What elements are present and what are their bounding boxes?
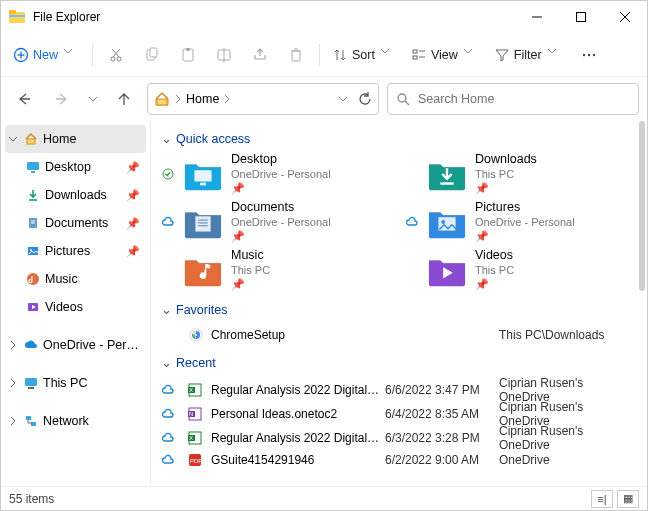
group-quick-access[interactable]: ⌄Quick access: [161, 131, 629, 146]
svg-rect-52: [195, 216, 210, 231]
chevron-down-icon[interactable]: [338, 94, 348, 104]
refresh-icon[interactable]: [358, 92, 372, 106]
sidebar-item-home[interactable]: Home: [5, 125, 146, 153]
quick-access-item[interactable]: MusicThis PC📌: [161, 248, 385, 292]
breadcrumb[interactable]: Home: [186, 92, 219, 106]
quick-access-item[interactable]: PicturesOneDrive - Personal📌: [405, 200, 629, 244]
item-location: Ciprian Rusen's OneDrive: [499, 424, 629, 452]
file-icon: N: [187, 406, 207, 422]
documents-icon: [25, 215, 41, 231]
chevron-right-icon[interactable]: [7, 417, 19, 425]
command-bar: New Sort View Filter: [1, 33, 647, 77]
title-bar: File Explorer: [1, 1, 647, 33]
quick-access-item[interactable]: DocumentsOneDrive - Personal📌: [161, 200, 385, 244]
recent-item[interactable]: NPersonal Ideas.onetoc26/4/2022 8:35 AMC…: [161, 400, 629, 424]
chevron-down-icon[interactable]: [7, 135, 19, 143]
chevron-down-icon: [64, 47, 80, 63]
music-icon: [25, 271, 41, 287]
sidebar-label: Pictures: [45, 244, 90, 258]
recent-item[interactable]: XRegular Analysis 2022 Digital Citizen R…: [161, 424, 629, 448]
pictures-icon: [25, 243, 41, 259]
sidebar-item-documents[interactable]: Documents📌: [1, 209, 150, 237]
sidebar-item-desktop[interactable]: Desktop📌: [1, 153, 150, 181]
close-button[interactable]: [603, 1, 647, 33]
maximize-button[interactable]: [559, 1, 603, 33]
svg-line-32: [405, 101, 409, 105]
desktop-icon: [25, 159, 41, 175]
item-name: Downloads: [475, 152, 537, 168]
app-icon: [9, 9, 25, 25]
view-button[interactable]: View: [405, 39, 486, 71]
svg-rect-34: [27, 162, 39, 170]
new-button[interactable]: New: [7, 39, 86, 71]
sidebar-label: Desktop: [45, 160, 91, 174]
paste-button[interactable]: [171, 39, 205, 71]
delete-button[interactable]: [279, 39, 313, 71]
sidebar-item-onedrive[interactable]: OneDrive - Personal: [1, 331, 150, 359]
sidebar-item-music[interactable]: Music: [1, 265, 150, 293]
item-date: 6/2/2022 9:00 AM: [385, 453, 495, 467]
plus-circle-icon: [13, 47, 29, 63]
back-button[interactable]: [9, 84, 39, 114]
sidebar-item-pictures[interactable]: Pictures📌: [1, 237, 150, 265]
chevron-right-icon[interactable]: [7, 341, 19, 349]
status-bar: 55 items ≡| ▦: [1, 486, 647, 510]
quick-access-item[interactable]: DownloadsThis PC📌: [405, 152, 629, 196]
share-button[interactable]: [243, 39, 277, 71]
more-button[interactable]: [572, 39, 606, 71]
filter-button[interactable]: Filter: [488, 39, 570, 71]
pin-icon: 📌: [231, 278, 245, 292]
sidebar-item-videos[interactable]: Videos: [1, 293, 150, 321]
cloud-badge-icon: [161, 432, 183, 444]
favorite-item[interactable]: ChromeSetupThis PC\Downloads: [161, 323, 629, 347]
svg-point-11: [117, 57, 121, 61]
group-recent[interactable]: ⌄Recent: [161, 355, 629, 370]
recent-item[interactable]: XRegular Analysis 2022 Digital Citizen L…: [161, 376, 629, 400]
pin-icon: 📌: [231, 230, 245, 244]
quick-access-item[interactable]: VideosThis PC📌: [405, 248, 629, 292]
sidebar-label: Documents: [45, 216, 108, 230]
sort-label: Sort: [352, 48, 375, 62]
chevron-down-icon: ⌄: [161, 302, 172, 317]
tiles-view-button[interactable]: ▦: [617, 490, 639, 508]
svg-point-29: [592, 53, 594, 55]
recent-locations-button[interactable]: [85, 84, 101, 114]
item-name: Videos: [475, 248, 514, 264]
address-bar[interactable]: Home: [147, 83, 379, 115]
svg-rect-1: [9, 10, 16, 14]
sidebar-item-downloads[interactable]: Downloads📌: [1, 181, 150, 209]
copy-button[interactable]: [135, 39, 169, 71]
arrow-up-icon: [117, 92, 131, 106]
up-button[interactable]: [109, 84, 139, 114]
item-location: This PC: [475, 264, 514, 278]
separator: [319, 44, 320, 66]
svg-text:X: X: [189, 435, 193, 441]
details-view-button[interactable]: ≡|: [591, 490, 613, 508]
search-input[interactable]: [418, 92, 630, 106]
item-name: Pictures: [475, 200, 575, 216]
cut-button[interactable]: [99, 39, 133, 71]
cloud-badge-icon: [161, 454, 183, 466]
network-icon: [23, 413, 39, 429]
item-location: OneDrive - Personal: [231, 168, 331, 182]
quick-access-item[interactable]: DesktopOneDrive - Personal📌: [161, 152, 385, 196]
item-name: GSuite4154291946: [211, 453, 381, 467]
item-location: This PC: [231, 264, 270, 278]
group-favorites[interactable]: ⌄Favorites: [161, 302, 629, 317]
svg-rect-4: [577, 13, 586, 22]
rename-button[interactable]: [207, 39, 241, 71]
chevron-right-icon[interactable]: [7, 379, 19, 387]
minimize-button[interactable]: [515, 1, 559, 33]
content-pane: ⌄Quick access DesktopOneDrive - Personal…: [151, 121, 647, 486]
pin-icon: 📌: [126, 189, 140, 202]
item-location: This PC: [475, 168, 537, 182]
pin-icon: 📌: [475, 278, 489, 292]
forward-button[interactable]: [47, 84, 77, 114]
sidebar-item-thispc[interactable]: This PC: [1, 369, 150, 397]
sort-button[interactable]: Sort: [326, 39, 403, 71]
sidebar-item-network[interactable]: Network: [1, 407, 150, 435]
sidebar-label: Videos: [45, 300, 83, 314]
item-name: Regular Analysis 2022 Digital Citizen Ro…: [211, 431, 381, 445]
search-box[interactable]: [387, 83, 639, 115]
downloads-icon: [25, 187, 41, 203]
